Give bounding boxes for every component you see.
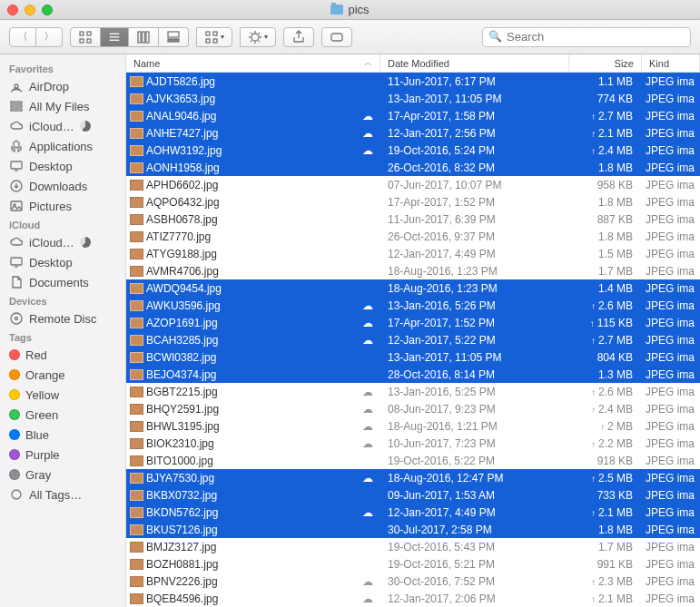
file-row[interactable]: BCWI0382.jpg13-Jan-2017, 11:05 PM804 KBJ… bbox=[126, 348, 700, 366]
file-row[interactable]: BITO1000.jpg19-Oct-2016, 5:22 PM918 KBJP… bbox=[126, 452, 700, 469]
svg-rect-20 bbox=[11, 102, 22, 103]
file-row[interactable]: ANHE7427.jpg☁︎12-Jan-2017, 2:56 PM↑ 2.1 … bbox=[126, 124, 700, 142]
sidebar-item[interactable]: Pictures bbox=[0, 196, 125, 216]
file-kind: JPEG ima bbox=[642, 196, 700, 209]
file-size: 991 KB bbox=[569, 558, 642, 571]
file-kind: JPEG ima bbox=[642, 575, 700, 588]
column-view-button[interactable] bbox=[129, 27, 159, 47]
progress-icon bbox=[80, 237, 91, 248]
list-view-button[interactable] bbox=[101, 27, 129, 47]
file-row[interactable]: BMJZ3127.jpg19-Oct-2016, 5:43 PM1.7 MBJP… bbox=[126, 538, 700, 555]
file-row[interactable]: BGBT2215.jpg☁︎13-Jan-2016, 5:25 PM↑ 2.6 … bbox=[126, 383, 700, 400]
sidebar-item[interactable]: All My Files bbox=[0, 96, 125, 116]
tags-button[interactable] bbox=[321, 27, 352, 47]
sidebar-item[interactable]: Gray bbox=[0, 465, 125, 485]
column-name[interactable]: Name ︿ bbox=[126, 54, 380, 72]
file-kind: JPEG ima bbox=[642, 403, 700, 416]
file-date: 07-Jun-2017, 10:07 PM bbox=[380, 179, 569, 191]
file-row[interactable]: BCAH3285.jpg☁︎12-Jan-2017, 5:22 PM↑ 2.7 … bbox=[126, 331, 700, 348]
gear-icon bbox=[248, 30, 262, 44]
back-button[interactable]: 〈 bbox=[9, 27, 36, 47]
sidebar-item[interactable]: All Tags… bbox=[0, 485, 125, 504]
sidebar-item[interactable]: Applications bbox=[0, 136, 125, 156]
file-row[interactable]: BOZH0881.jpg19-Oct-2016, 5:21 PM991 KBJP… bbox=[126, 555, 700, 573]
file-size: 958 KB bbox=[569, 179, 642, 191]
file-row[interactable]: BKUS7126.jpg30-Jul-2017, 2:58 PM1.8 MBJP… bbox=[126, 521, 700, 538]
sidebar-item[interactable]: iCloud… bbox=[0, 116, 125, 136]
sidebar-item[interactable]: Documents bbox=[0, 272, 125, 292]
svg-rect-21 bbox=[11, 105, 22, 107]
file-row[interactable]: AONH1958.jpg26-Oct-2016, 8:32 PM1.8 MBJP… bbox=[126, 159, 700, 176]
coverflow-view-button[interactable] bbox=[159, 27, 189, 47]
file-row[interactable]: BJYA7530.jpg☁︎18-Aug-2016, 12:47 PM↑ 2.5… bbox=[126, 469, 700, 486]
file-thumbnail-icon bbox=[130, 231, 143, 242]
forward-button[interactable]: 〉 bbox=[36, 27, 63, 47]
tag-dot-icon bbox=[9, 409, 20, 420]
file-name: AWKU3596.jpg bbox=[146, 299, 221, 312]
file-date: 09-Jun-2017, 1:53 AM bbox=[380, 489, 569, 502]
file-row[interactable]: BPNV2226.jpg☁︎30-Oct-2016, 7:52 PM↑ 2.3 … bbox=[126, 573, 700, 590]
column-size[interactable]: Size bbox=[569, 54, 642, 72]
file-row[interactable]: AJVK3653.jpg13-Jan-2017, 11:05 PM774 KBJ… bbox=[126, 90, 700, 107]
file-row[interactable]: AWKU3596.jpg☁︎13-Jan-2016, 5:26 PM↑ 2.6 … bbox=[126, 297, 700, 314]
file-thumbnail-icon bbox=[130, 180, 143, 191]
icon-view-button[interactable] bbox=[70, 27, 101, 47]
file-row[interactable]: ASBH0678.jpg11-Jun-2017, 6:39 PM887 KBJP… bbox=[126, 210, 700, 228]
arrange-icon bbox=[204, 30, 219, 44]
file-size: ↑ 2.6 MB bbox=[569, 299, 642, 312]
sidebar-item[interactable]: Remote Disc bbox=[0, 308, 125, 328]
file-row[interactable]: AJDT5826.jpg11-Jun-2017, 6:17 PM1.1 MBJP… bbox=[126, 73, 700, 90]
file-date: 19-Oct-2016, 5:24 PM bbox=[380, 144, 569, 157]
file-kind: JPEG ima bbox=[642, 368, 700, 381]
file-row[interactable]: BEJO4374.jpg28-Oct-2016, 8:14 PM1.3 MBJP… bbox=[126, 366, 700, 383]
file-row[interactable]: AVMR4706.jpg18-Aug-2016, 1:23 PM1.7 MBJP… bbox=[126, 262, 700, 279]
sidebar-item[interactable]: Green bbox=[0, 405, 125, 425]
sidebar-heading: Tags bbox=[0, 328, 125, 345]
file-thumbnail-icon bbox=[130, 128, 143, 139]
sidebar-item[interactable]: Purple bbox=[0, 445, 125, 465]
file-row[interactable]: AWDQ9454.jpg18-Aug-2016, 1:23 PM1.4 MBJP… bbox=[126, 279, 700, 297]
file-row[interactable]: AZOP1691.jpg☁︎17-Apr-2017, 1:52 PM↑ 115 … bbox=[126, 314, 700, 331]
grid-icon bbox=[78, 30, 93, 44]
sidebar-item[interactable]: AirDrop bbox=[0, 76, 125, 96]
sidebar-item[interactable]: Desktop bbox=[0, 252, 125, 272]
file-row[interactable]: BKBX0732.jpg09-Jun-2017, 1:53 AM733 KBJP… bbox=[126, 486, 700, 504]
file-row[interactable]: AOHW3192.jpg☁︎19-Oct-2016, 5:24 PM↑ 2.4 … bbox=[126, 142, 700, 159]
share-button[interactable] bbox=[283, 27, 314, 47]
sidebar-item-label: Downloads bbox=[29, 180, 87, 193]
file-thumbnail-icon bbox=[130, 559, 143, 570]
tag-dot-icon bbox=[9, 449, 20, 460]
sidebar-heading: Favorites bbox=[0, 60, 125, 76]
search-field-wrap bbox=[482, 27, 691, 47]
sidebar-item-label: iCloud… bbox=[29, 120, 74, 133]
file-row[interactable]: BQEB4596.jpg☁︎12-Jan-2017, 2:06 PM↑ 2.1 … bbox=[126, 590, 700, 607]
file-list: Name ︿ Date Modified Size Kind AJDT5826.… bbox=[126, 54, 700, 607]
svg-rect-4 bbox=[110, 33, 120, 34]
search-input[interactable] bbox=[482, 27, 691, 47]
sidebar-item[interactable]: Desktop bbox=[0, 156, 125, 176]
file-row[interactable]: AQPO6432.jpg17-Apr-2017, 1:52 PM1.8 MBJP… bbox=[126, 193, 700, 210]
file-date: 10-Jun-2017, 7:23 PM bbox=[380, 437, 569, 450]
file-row[interactable]: BHQY2591.jpg☁︎08-Jun-2017, 9:23 PM↑ 2.4 … bbox=[126, 400, 700, 417]
sidebar-item[interactable]: Downloads bbox=[0, 176, 125, 196]
column-kind[interactable]: Kind bbox=[642, 54, 700, 72]
file-name: AWDQ9454.jpg bbox=[146, 282, 222, 295]
file-row[interactable]: APHD6602.jpg07-Jun-2017, 10:07 PM958 KBJ… bbox=[126, 176, 700, 193]
sidebar-item[interactable]: Orange bbox=[0, 365, 125, 385]
file-row[interactable]: ATYG9188.jpg12-Jan-2017, 4:49 PM1.5 MBJP… bbox=[126, 245, 700, 262]
sidebar-item[interactable]: Red bbox=[0, 345, 125, 365]
file-row[interactable]: BHWL3195.jpg☁︎18-Aug-2016, 1:21 PM↑ 2 MB… bbox=[126, 417, 700, 435]
file-row[interactable]: BIOK2310.jpg☁︎10-Jun-2017, 7:23 PM↑ 2.2 … bbox=[126, 435, 700, 452]
sidebar-item[interactable]: Blue bbox=[0, 425, 125, 445]
svg-rect-7 bbox=[138, 32, 141, 43]
file-row[interactable]: ATIZ7770.jpg26-Oct-2016, 9:37 PM1.8 MBJP… bbox=[126, 228, 700, 245]
sidebar-item-label: Gray bbox=[25, 468, 51, 482]
file-row[interactable]: ANAL9046.jpg☁︎17-Apr-2017, 1:58 PM↑ 2.7 … bbox=[126, 107, 700, 124]
sidebar-item[interactable]: Yellow bbox=[0, 385, 125, 405]
column-date[interactable]: Date Modified bbox=[380, 54, 569, 72]
action-menu-button[interactable]: ▾ bbox=[240, 27, 276, 47]
file-row[interactable]: BKDN5762.jpg☁︎12-Jan-2017, 4:49 PM↑ 2.1 … bbox=[126, 504, 700, 521]
sidebar-item[interactable]: iCloud… bbox=[0, 232, 125, 252]
arrange-button[interactable]: ▾ bbox=[196, 27, 232, 47]
file-size: 1.7 MB bbox=[569, 541, 642, 553]
